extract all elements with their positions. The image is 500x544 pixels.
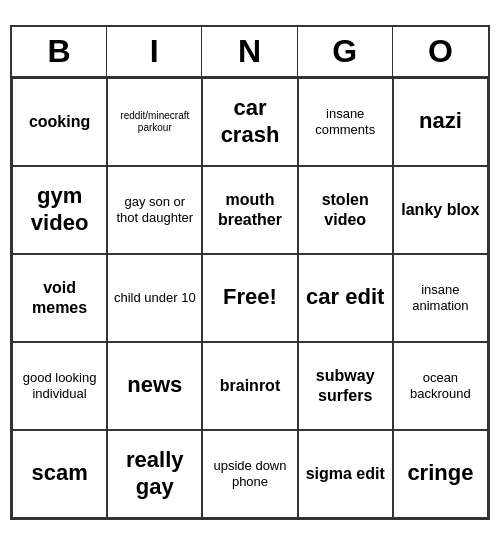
bingo-cell-14: insane animation — [393, 254, 488, 342]
bingo-cell-23: sigma edit — [298, 430, 393, 518]
bingo-letter-n: N — [202, 27, 297, 76]
bingo-cell-6: gay son or thot daughter — [107, 166, 202, 254]
bingo-cell-18: subway surfers — [298, 342, 393, 430]
bingo-letter-g: G — [298, 27, 393, 76]
bingo-cell-9: lanky blox — [393, 166, 488, 254]
bingo-letter-i: I — [107, 27, 202, 76]
bingo-grid: cookingreddit/minecraft parkourcar crash… — [12, 78, 488, 518]
bingo-cell-16: news — [107, 342, 202, 430]
bingo-cell-8: stolen video — [298, 166, 393, 254]
bingo-header: BINGO — [12, 27, 488, 78]
bingo-cell-17: brainrot — [202, 342, 297, 430]
bingo-cell-4: nazi — [393, 78, 488, 166]
bingo-card: BINGO cookingreddit/minecraft parkourcar… — [10, 25, 490, 520]
bingo-cell-10: void memes — [12, 254, 107, 342]
bingo-cell-12: Free! — [202, 254, 297, 342]
bingo-cell-24: cringe — [393, 430, 488, 518]
bingo-cell-11: child under 10 — [107, 254, 202, 342]
bingo-cell-22: upside down phone — [202, 430, 297, 518]
bingo-cell-21: really gay — [107, 430, 202, 518]
bingo-cell-5: gym video — [12, 166, 107, 254]
bingo-cell-7: mouth breather — [202, 166, 297, 254]
bingo-letter-b: B — [12, 27, 107, 76]
bingo-cell-1: reddit/minecraft parkour — [107, 78, 202, 166]
bingo-cell-20: scam — [12, 430, 107, 518]
bingo-cell-15: good looking individual — [12, 342, 107, 430]
bingo-letter-o: O — [393, 27, 488, 76]
bingo-cell-0: cooking — [12, 78, 107, 166]
bingo-cell-2: car crash — [202, 78, 297, 166]
bingo-cell-3: insane comments — [298, 78, 393, 166]
bingo-cell-13: car edit — [298, 254, 393, 342]
bingo-cell-19: ocean backround — [393, 342, 488, 430]
